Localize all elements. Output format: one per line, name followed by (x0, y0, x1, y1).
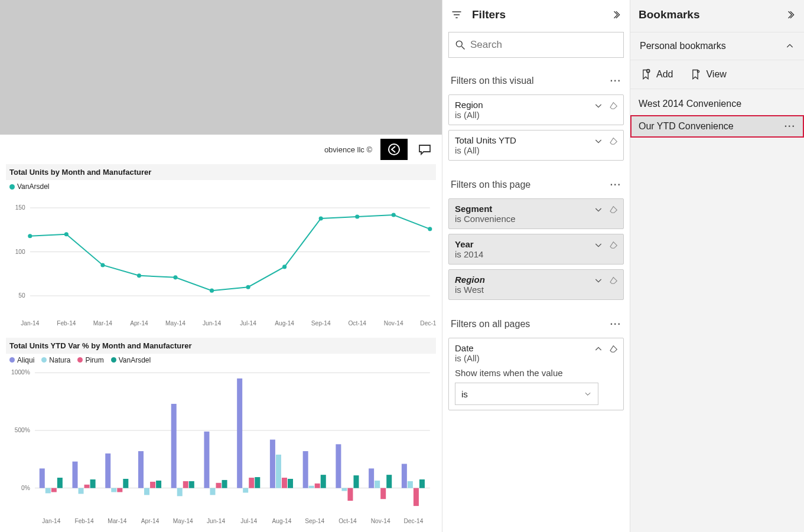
svg-text:Nov-14: Nov-14 (371, 518, 390, 524)
svg-text:Aug-14: Aug-14 (275, 320, 294, 327)
chevron-down-icon[interactable] (594, 136, 603, 148)
filter-show-items-label: Show items when the value (455, 368, 598, 378)
chevron-down-icon[interactable] (594, 101, 603, 112)
svg-rect-68 (243, 488, 248, 492)
chevron-down-icon[interactable] (594, 276, 603, 287)
legend-aliqui: Aliqui (9, 356, 34, 364)
bookmark-more-button[interactable]: ··· (785, 121, 796, 132)
clear-filter-icon[interactable] (609, 344, 619, 355)
bookmark-add-button[interactable]: Add (640, 68, 673, 80)
svg-rect-48 (111, 488, 116, 492)
filter-card[interactable]: Yearis 2014 (448, 234, 624, 265)
clear-filter-icon[interactable] (609, 101, 619, 112)
svg-rect-72 (270, 439, 275, 488)
chevron-down-icon[interactable] (594, 240, 603, 252)
svg-text:May-14: May-14 (165, 320, 185, 327)
filter-card[interactable]: Total Units YTDis (All) (448, 130, 624, 161)
line-chart-visual[interactable]: Total Units by Month and Manufacturer Va… (6, 164, 436, 332)
filter-desc: is 2014 (455, 249, 598, 259)
filter-card[interactable]: Segmentis Convenience (448, 198, 624, 229)
canvas-toolbar: obvience llc © (0, 135, 442, 164)
filter-operator-select[interactable]: is (455, 383, 598, 405)
svg-text:Dec-14: Dec-14 (403, 518, 423, 524)
svg-rect-69 (249, 478, 254, 488)
svg-text:0%: 0% (21, 484, 30, 491)
filters-title: Filters (472, 8, 506, 21)
legend-dot-icon (41, 357, 47, 363)
circle-left-icon (387, 142, 401, 156)
svg-text:Jun-14: Jun-14 (207, 518, 225, 524)
bookmark-label: West 2014 Convenience (639, 99, 741, 109)
svg-rect-67 (237, 378, 242, 488)
chart1-legend: VanArsdel (6, 180, 436, 193)
svg-rect-94 (414, 488, 419, 505)
svg-rect-70 (255, 477, 260, 488)
bookmark-item[interactable]: Our YTD Convenience··· (630, 115, 804, 138)
svg-rect-50 (123, 478, 128, 488)
clear-filter-icon[interactable] (609, 136, 619, 148)
svg-rect-38 (45, 488, 51, 493)
filters-all-section-label: Filters on all pages (451, 319, 530, 329)
bookmark-item[interactable]: West 2014 Convenience (630, 93, 804, 115)
svg-rect-39 (51, 488, 57, 492)
svg-text:500%: 500% (15, 426, 30, 433)
chart2-title: Total Units YTD Var % by Month and Manuf… (6, 338, 436, 354)
svg-point-19 (28, 234, 32, 238)
personal-bookmarks-header[interactable]: Personal bookmarks (630, 32, 804, 60)
legend-label: Pirum (85, 356, 103, 364)
clear-filter-icon[interactable] (609, 276, 619, 287)
svg-rect-92 (402, 464, 407, 488)
svg-point-97 (456, 41, 462, 47)
clear-filter-icon[interactable] (609, 240, 619, 252)
filters-pane: Filters Filters on this visual ··· Regio… (442, 0, 630, 532)
svg-text:Dec-14: Dec-14 (420, 320, 436, 327)
bookmark-view-button[interactable]: View (689, 68, 726, 80)
chart1-title: Total Units by Month and Manufacturer (6, 164, 436, 180)
clear-filter-icon[interactable] (609, 205, 619, 216)
legend-label: Aliqui (17, 356, 34, 364)
svg-rect-79 (315, 483, 320, 488)
comment-button[interactable] (416, 141, 434, 158)
filters-search-input[interactable] (448, 32, 624, 58)
legend-vanarsdel: VanArsdel (9, 182, 49, 191)
svg-rect-43 (79, 488, 84, 494)
svg-text:Feb-14: Feb-14 (74, 518, 94, 524)
svg-rect-37 (40, 468, 45, 488)
bookmark-label: Our YTD Convenience (639, 121, 734, 132)
collapse-right-icon[interactable] (610, 9, 621, 21)
svg-rect-73 (276, 454, 281, 488)
svg-point-22 (137, 273, 141, 278)
svg-point-27 (319, 216, 323, 220)
svg-rect-80 (321, 475, 326, 488)
filter-card-date[interactable]: Date is (All) Show items when the value … (448, 338, 624, 410)
chevron-up-icon[interactable] (594, 344, 603, 355)
svg-text:Jul-14: Jul-14 (240, 518, 257, 524)
svg-text:150: 150 (15, 204, 25, 211)
svg-text:100: 100 (15, 249, 25, 255)
chevron-down-icon[interactable] (594, 205, 603, 216)
section-more-button[interactable]: ··· (610, 319, 621, 329)
back-arrow-button[interactable] (380, 139, 408, 160)
bar-chart-visual[interactable]: Total Units YTD Var % by Month and Manuf… (6, 338, 436, 529)
svg-rect-90 (386, 475, 392, 488)
section-more-button[interactable]: ··· (610, 179, 621, 190)
chart2-legend: Aliqui Natura Pirum VanArsdel (6, 354, 436, 367)
bookmarks-pane: Bookmarks Personal bookmarks Add View (630, 0, 804, 532)
filter-card[interactable]: Regionis West (448, 269, 624, 300)
filters-page-section-label: Filters on this page (451, 179, 530, 190)
svg-rect-65 (222, 479, 227, 488)
collapse-right-icon[interactable] (784, 9, 796, 21)
filter-desc: is West (455, 285, 598, 295)
section-more-button[interactable]: ··· (610, 76, 621, 86)
filter-card[interactable]: Regionis (All) (448, 94, 624, 125)
canvas-gray-area (0, 0, 442, 135)
svg-rect-49 (117, 488, 122, 492)
svg-rect-84 (347, 488, 353, 500)
svg-rect-47 (105, 453, 110, 488)
svg-rect-62 (204, 431, 209, 488)
svg-point-24 (210, 289, 214, 293)
comment-icon (418, 142, 432, 156)
svg-text:May-14: May-14 (173, 518, 193, 524)
svg-point-28 (355, 214, 359, 218)
legend-label: VanArsdel (17, 182, 49, 191)
